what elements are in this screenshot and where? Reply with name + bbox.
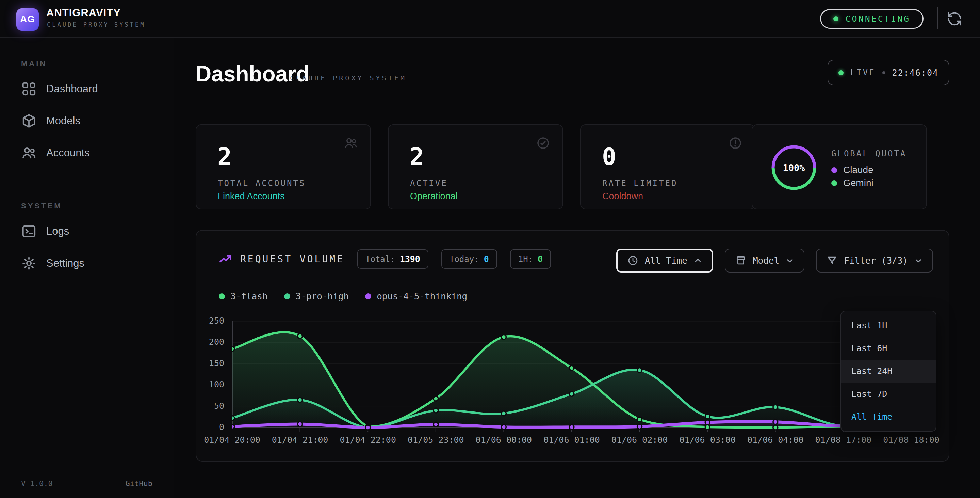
stat-label: TOTAL ACCOUNTS	[218, 179, 305, 188]
header-divider	[937, 8, 938, 29]
stat-badge-1h: 1H: 0	[510, 249, 551, 269]
stat-label: RATE LIMITED	[602, 179, 678, 188]
card-total-accounts: 2 TOTAL ACCOUNTS Linked Accounts	[196, 124, 371, 209]
stat-sub: Cooldown	[602, 191, 643, 202]
legend-dot	[365, 293, 371, 299]
clock-value: 22:46:04	[892, 68, 939, 78]
y-tick-label: 100	[200, 380, 224, 389]
card-active: 2 ACTIVE Operational	[388, 124, 563, 209]
stat-badge-today: Today: 0	[441, 249, 497, 269]
app-logo: AG	[16, 8, 39, 31]
status-dot	[833, 16, 838, 21]
filter-button[interactable]: Filter (3/3)	[816, 249, 933, 273]
x-tick-label: 01/04 21:00	[272, 435, 328, 445]
legend-label: Gemini	[843, 177, 873, 188]
dashboard-grid-icon	[21, 81, 37, 97]
stat-value: 2	[410, 143, 424, 171]
x-tick-label: 01/06 03:00	[679, 435, 736, 445]
legend-dot	[831, 167, 837, 173]
y-tick-label: 50	[200, 401, 224, 411]
sidebar-item-settings[interactable]: Settings	[0, 247, 173, 279]
archive-box-icon	[735, 255, 746, 267]
chart-legend: 3-flash3-pro-highopus-4-5-thinking	[219, 291, 467, 302]
app-version: V 1.0.0	[21, 479, 53, 488]
chevron-down-icon	[785, 256, 794, 265]
model-label: Model	[753, 255, 779, 266]
live-dot	[838, 70, 843, 75]
stat-sub: Linked Accounts	[218, 191, 285, 202]
legend-item[interactable]: opus-4-5-thinking	[365, 291, 467, 302]
terminal-icon	[21, 223, 37, 239]
legend-item[interactable]: 3-pro-high	[284, 291, 349, 302]
alert-circle-icon	[728, 136, 743, 150]
line-chart	[232, 321, 911, 433]
badge-label: Today:	[450, 254, 479, 264]
sidebar: MAIN Dashboard Models Accounts SYSTEM	[0, 38, 174, 498]
card-global-quota: 100% GLOBAL QUOTA Claude Gemini	[752, 124, 927, 209]
sidebar-item-label: Models	[46, 115, 80, 127]
time-range-label: All Time	[645, 255, 687, 266]
quota-percent: 100%	[770, 144, 817, 191]
card-rate-limited: 0 RATE LIMITED Cooldown	[580, 124, 756, 209]
sidebar-item-label: Accounts	[46, 147, 90, 159]
quota-title: GLOBAL QUOTA	[831, 149, 907, 158]
dropdown-item[interactable]: Last 24H	[841, 360, 936, 383]
separator-dot	[882, 71, 885, 74]
x-tick-label: 01/06 02:00	[611, 435, 668, 445]
stat-badge-total: Total: 1390	[357, 249, 428, 269]
page-subtitle: CLAUDE PROXY SYSTEM	[290, 74, 407, 82]
x-tick-label: 01/06 00:00	[476, 435, 532, 445]
legend-item[interactable]: 3-flash	[219, 291, 268, 302]
x-tick-label: 01/08 18:00	[883, 435, 940, 445]
request-volume-panel: REQUEST VOLUME Total: 1390 Today: 0 1H: …	[196, 230, 950, 461]
chevron-down-icon	[914, 256, 923, 265]
sidebar-item-accounts[interactable]: Accounts	[0, 137, 173, 169]
gear-icon	[21, 255, 37, 271]
app-header: AG ANTIGRAVITY CLAUDE PROXY SYSTEM CONNE…	[0, 0, 980, 38]
sidebar-item-label: Logs	[46, 225, 69, 238]
app-title: ANTIGRAVITY	[46, 7, 121, 19]
stat-label: ACTIVE	[410, 179, 448, 188]
nav-section-system: SYSTEM	[21, 202, 173, 211]
sidebar-item-logs[interactable]: Logs	[0, 215, 173, 247]
time-range-button[interactable]: All Time	[616, 249, 713, 273]
refresh-icon[interactable]	[947, 11, 962, 27]
check-circle-icon	[536, 136, 550, 150]
app-subtitle: CLAUDE PROXY SYSTEM	[47, 21, 145, 28]
x-tick-label: 01/05 23:00	[408, 435, 464, 445]
y-tick-label: 0	[200, 422, 224, 432]
badge-value: 0	[484, 254, 489, 264]
legend-label: 3-pro-high	[296, 291, 349, 302]
funnel-icon	[826, 255, 838, 267]
nav-section-main: MAIN	[21, 59, 173, 68]
clock-icon	[627, 255, 639, 267]
legend-dot	[284, 293, 290, 299]
filter-label: Filter (3/3)	[844, 255, 908, 266]
live-clock-badge: LIVE 22:46:04	[827, 60, 950, 86]
dropdown-item[interactable]: Last 1H	[841, 314, 936, 337]
live-label: LIVE	[850, 68, 875, 77]
stat-sub: Operational	[410, 191, 458, 202]
trending-up-icon	[218, 252, 232, 266]
legend-label: opus-4-5-thinking	[377, 291, 467, 302]
users-icon	[21, 145, 37, 161]
x-tick-label: 01/06 04:00	[747, 435, 804, 445]
dropdown-item[interactable]: Last 6H	[841, 337, 936, 360]
time-range-dropdown: Last 1HLast 6HLast 24HLast 7DAll Time	[840, 311, 937, 432]
badge-label: 1H:	[518, 254, 533, 264]
x-tick-label: 01/08 17:00	[815, 435, 872, 445]
stat-value: 0	[602, 143, 616, 171]
github-link[interactable]: GitHub	[126, 479, 153, 488]
y-tick-label: 250	[200, 316, 224, 326]
dropdown-item[interactable]: All Time	[841, 405, 936, 428]
legend-label: 3-flash	[231, 291, 268, 302]
main-content: Dashboard CLAUDE PROXY SYSTEM LIVE 22:46…	[175, 38, 980, 498]
x-tick-label: 01/04 20:00	[204, 435, 260, 445]
box-icon	[21, 113, 37, 129]
model-button[interactable]: Model	[725, 249, 804, 273]
sidebar-item-dashboard[interactable]: Dashboard	[0, 73, 173, 105]
dropdown-item[interactable]: Last 7D	[841, 383, 936, 405]
legend-dot	[831, 180, 837, 186]
badge-value: 0	[538, 254, 543, 264]
sidebar-item-models[interactable]: Models	[0, 105, 173, 137]
